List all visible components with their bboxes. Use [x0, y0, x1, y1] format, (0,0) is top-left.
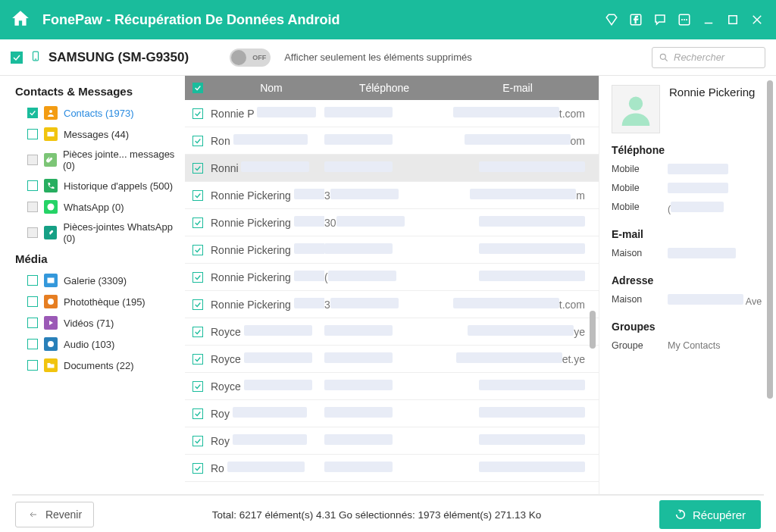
checkbox-icon[interactable] — [27, 155, 38, 165]
row-checkbox[interactable] — [192, 108, 203, 119]
select-all-checkbox[interactable] — [192, 83, 203, 93]
facebook-icon[interactable] — [627, 11, 644, 28]
sidebar-item-contacts[interactable]: Contacts (1973) — [0, 102, 185, 124]
table-row[interactable]: Roy — [185, 427, 599, 455]
row-email — [429, 243, 599, 256]
email-row: Maison — [612, 245, 764, 264]
sidebar-item-message-attachments[interactable]: Pièces jointe... messages (0) — [0, 145, 185, 175]
sidebar-item-documents[interactable]: Documents (22) — [0, 355, 185, 376]
header-email[interactable]: E-mail — [436, 82, 599, 94]
expand-handle-icon[interactable] — [599, 258, 599, 273]
table-row[interactable]: Ronnie Pickering 3t.com — [185, 291, 599, 318]
table-row[interactable]: Ronnie Pickering — [185, 236, 599, 264]
table-row[interactable]: Ronnie P t.com — [185, 100, 599, 127]
checkbox-icon[interactable] — [27, 339, 38, 349]
checkbox-icon[interactable] — [27, 202, 38, 212]
sidebar-item-whatsapp-attachments[interactable]: Pièces-jointes WhatsApp (0) — [0, 217, 185, 248]
row-phone — [324, 134, 429, 147]
sidebar-item-whatsapp[interactable]: WhatsApp (0) — [0, 196, 185, 217]
checkbox-icon[interactable] — [27, 296, 38, 307]
svg-point-13 — [49, 110, 52, 113]
checkbox-icon[interactable] — [27, 227, 38, 238]
row-checkbox[interactable] — [192, 272, 203, 283]
sidebar-item-videos[interactable]: Vidéos (71) — [0, 312, 185, 333]
row-checkbox[interactable] — [192, 408, 203, 419]
header-name[interactable]: Nom — [211, 82, 332, 94]
table-row[interactable]: Ronnie Pickering 30 — [185, 209, 599, 236]
table-scrollbar[interactable] — [590, 76, 597, 494]
checkbox-icon[interactable] — [27, 108, 38, 118]
feedback-icon[interactable] — [652, 11, 668, 28]
checkbox-icon[interactable] — [27, 180, 38, 191]
row-email — [429, 434, 599, 447]
row-email — [429, 216, 599, 229]
row-checkbox[interactable] — [192, 217, 203, 228]
table-row[interactable]: Royce ye — [185, 318, 599, 346]
svg-point-21 — [50, 343, 52, 345]
row-email: t.com — [429, 298, 599, 311]
row-email: ye — [429, 325, 599, 338]
svg-line-12 — [665, 58, 668, 61]
table-row[interactable]: Royce et.ye — [185, 346, 599, 373]
footer: Revenir Total: 6217 élément(s) 4.31 Go s… — [0, 496, 776, 532]
diamond-icon[interactable] — [603, 11, 620, 28]
checkbox-icon[interactable] — [27, 318, 38, 328]
table-row[interactable]: Roy — [185, 400, 599, 427]
sidebar-item-phototheque[interactable]: Photothèque (195) — [0, 291, 185, 312]
filter-label: Afficher seulement les éléments supprimé… — [284, 52, 472, 63]
close-icon[interactable] — [749, 11, 765, 28]
row-email — [429, 462, 599, 474]
row-checkbox[interactable] — [192, 463, 203, 474]
row-name: Royce — [211, 352, 324, 365]
maximize-icon[interactable] — [724, 11, 741, 28]
device-checkbox[interactable] — [11, 52, 23, 64]
row-checkbox[interactable] — [192, 436, 203, 446]
deleted-only-toggle[interactable]: OFF — [230, 49, 271, 67]
row-email — [429, 407, 599, 420]
table-row[interactable]: Ronnie Pickering ( — [185, 264, 599, 291]
attachment-icon — [44, 153, 57, 167]
row-checkbox[interactable] — [192, 327, 203, 337]
row-email: et.ye — [429, 352, 599, 365]
back-button[interactable]: Revenir — [15, 502, 94, 527]
row-phone: 3 — [324, 189, 429, 202]
detail-scrollbar[interactable] — [767, 76, 774, 494]
minimize-icon[interactable] — [700, 11, 717, 28]
table-row[interactable]: Ronnie Pickering 3m — [185, 182, 599, 209]
checkbox-icon[interactable] — [27, 275, 38, 286]
table-row[interactable]: Royce — [185, 373, 599, 400]
sidebar-item-audio[interactable]: Audio (103) — [0, 333, 185, 355]
row-checkbox[interactable] — [192, 245, 203, 255]
row-checkbox[interactable] — [192, 299, 203, 310]
header-phone[interactable]: Téléphone — [332, 82, 436, 94]
sidebar-item-messages[interactable]: Messages (44) — [0, 124, 185, 145]
svg-point-4 — [686, 19, 687, 20]
row-name: Roy — [211, 407, 324, 420]
table-row[interactable]: Ron om — [185, 127, 599, 155]
svg-point-11 — [660, 54, 665, 59]
row-checkbox[interactable] — [192, 354, 203, 365]
row-name: Ronnie Pickering — [211, 189, 324, 202]
svg-point-18 — [48, 299, 54, 305]
row-checkbox[interactable] — [192, 136, 203, 146]
status-text: Total: 6217 élément(s) 4.31 Go sélection… — [106, 509, 647, 521]
sidebar-item-gallery[interactable]: Galerie (3309) — [0, 270, 185, 291]
checkbox-icon[interactable] — [27, 360, 38, 371]
search-input[interactable]: Rechercher — [652, 47, 765, 68]
row-email — [429, 271, 599, 283]
sidebar-item-call-history[interactable]: Historique d'appels (500) — [0, 175, 185, 196]
table-row[interactable]: Ronni — [185, 155, 599, 182]
checkbox-icon[interactable] — [27, 129, 38, 139]
row-checkbox[interactable] — [192, 381, 203, 392]
contact-name: Ronnie Pickering — [669, 85, 755, 133]
row-phone — [324, 407, 429, 420]
table-row[interactable]: Ro — [185, 455, 599, 482]
more-icon[interactable] — [676, 11, 693, 28]
row-checkbox[interactable] — [192, 190, 203, 201]
phone-row: Mobile — [612, 161, 764, 180]
row-checkbox[interactable] — [192, 163, 203, 174]
recover-button[interactable]: Récupérer — [659, 500, 761, 529]
contacts-icon — [44, 106, 58, 120]
home-icon[interactable] — [11, 8, 30, 31]
call-icon — [44, 179, 58, 192]
